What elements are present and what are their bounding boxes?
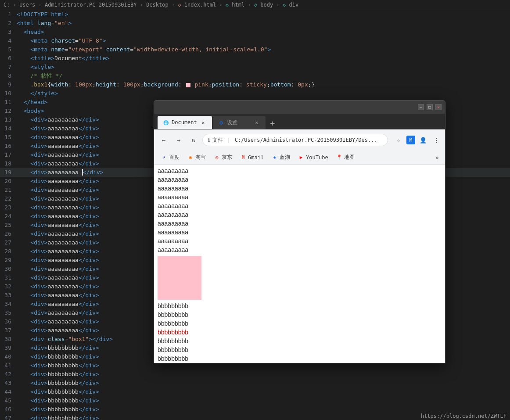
line-num: 46 — [0, 405, 17, 414]
document-favicon: 🌐 — [163, 119, 169, 126]
line-num: 25 — [0, 221, 17, 230]
line-num: 20 — [0, 177, 17, 186]
forward-button[interactable]: → — [172, 134, 185, 146]
bookmark-lanhu-label: 蓝湖 — [280, 154, 290, 161]
new-tab-button[interactable]: + — [266, 117, 279, 129]
code-line-5[interactable]: 5 <meta name="viewport" content="width=d… — [0, 45, 510, 54]
jd-icon: ◎ — [214, 154, 220, 161]
line-num: 14 — [0, 124, 17, 133]
bookmark-jd-label: 京东 — [222, 154, 232, 161]
line-num: 2 — [0, 19, 17, 28]
line-num: 9 — [0, 80, 17, 89]
breadcrumb-text: C: › Users › Administrator.PC-20150930IE… — [4, 2, 298, 8]
code-line-4[interactable]: 4 <meta charset="UTF-8"> — [0, 36, 510, 45]
line-num: 1 — [0, 10, 17, 19]
content-line-b1: bbbbbbbbb — [158, 302, 442, 310]
line-num: 10 — [0, 89, 17, 98]
tab-document-label: Document — [172, 119, 197, 126]
lanhu-icon: ◈ — [272, 154, 278, 161]
code-line-43[interactable]: 43 <div>bbbbbbbbb</div> — [0, 379, 510, 388]
pink-sticky-box — [158, 256, 201, 300]
line-content: <meta name="viewport" content="width=dev… — [17, 45, 510, 54]
menu-button[interactable]: ⋮ — [431, 135, 442, 145]
line-num: 19 — [0, 168, 17, 177]
content-line-a1: aaaaaaaaa — [158, 166, 442, 175]
code-line-2[interactable]: 2 <html lang="en"> — [0, 19, 510, 28]
bookmark-youtube[interactable]: ▶ YouTube — [295, 154, 332, 162]
back-button[interactable]: ← — [158, 134, 170, 146]
code-line-7[interactable]: 7 <style> — [0, 63, 510, 72]
tab-document-close[interactable]: ✕ — [200, 119, 207, 126]
line-num: 13 — [0, 115, 17, 124]
content-line-a5: aaaaaaaaa — [158, 201, 442, 210]
status-bar: https://blog.csdn.net/ZWTLF — [417, 412, 510, 420]
line-num: 11 — [0, 98, 17, 107]
address-icons: ☆ M 👤 ⋮ — [393, 135, 442, 145]
tab-document[interactable]: 🌐 Document ✕ — [158, 116, 212, 129]
tab-settings-label: 设置 — [227, 119, 237, 126]
address-text: C:/Users/Administrator.PC-20150930IEBY/D… — [235, 137, 377, 143]
code-line-3[interactable]: 3 <head> — [0, 28, 510, 36]
line-num: 32 — [0, 282, 17, 291]
bookmark-baidu-label: 百度 — [169, 154, 180, 161]
line-num: 27 — [0, 238, 17, 247]
address-bar[interactable]: ℹ 文件 | C:/Users/Administrator.PC-2015093… — [202, 134, 388, 146]
browser-content[interactable]: aaaaaaaaa aaaaaaaaa aaaaaaaaa aaaaaaaaa … — [154, 165, 445, 363]
line-num: 22 — [0, 194, 17, 203]
line-num: 33 — [0, 291, 17, 300]
account-button[interactable]: 👤 — [418, 135, 428, 145]
bookmark-lanhhu[interactable]: ◈ 蓝湖 — [268, 153, 294, 162]
code-line-45[interactable]: 45 <div>bbbbbbbbb</div> — [0, 396, 510, 405]
code-line-42[interactable]: 42 <div>bbbbbbbbb</div> — [0, 370, 510, 379]
bookmark-baidu[interactable]: ⚡ 百度 — [158, 153, 183, 162]
bookmark-youtube-label: YouTube — [306, 154, 328, 161]
code-line-8[interactable]: 8 /* 粘性 */ — [0, 72, 510, 80]
content-line-b4: bbbbbbbbb — [158, 328, 442, 337]
file-label: 文件 — [212, 136, 223, 144]
bookmarks-more[interactable]: » — [433, 153, 442, 162]
close-button[interactable]: ✕ — [435, 104, 442, 110]
line-content: .box1{width: 100px;height: 100px;backgro… — [17, 80, 510, 89]
line-num: 12 — [0, 107, 17, 115]
line-content: <style> — [17, 63, 510, 72]
extension-button[interactable]: M — [406, 136, 415, 144]
code-line-1[interactable]: 1 <!DOCTYPE html> — [0, 10, 510, 19]
line-content: <div>bbbbbbbbb</div> — [17, 379, 510, 388]
reload-button[interactable]: ↻ — [187, 134, 200, 146]
line-num: 8 — [0, 72, 17, 80]
line-num: 35 — [0, 309, 17, 317]
bookmark-gmail[interactable]: M Gmail — [237, 154, 267, 162]
browser-bookmarks: ⚡ 百度 ◉ 淘宝 ◎ 京东 M Gmail ◈ 蓝湖 ▶ YouTube 📍 … — [154, 151, 445, 165]
line-num: 38 — [0, 335, 17, 344]
code-line-9[interactable]: 9 .box1{width: 100px;height: 100px;backg… — [0, 80, 510, 89]
line-num: 6 — [0, 54, 17, 63]
line-content: <meta charset="UTF-8"> — [17, 36, 510, 45]
line-content: <head> — [17, 28, 510, 36]
line-num: 4 — [0, 36, 17, 45]
line-content: /* 粘性 */ — [17, 72, 510, 80]
minimize-button[interactable]: — — [418, 104, 424, 110]
bookmark-jingdong[interactable]: ◎ 京东 — [210, 153, 236, 162]
code-line-44[interactable]: 44 <div>bbbbbbbbb</div> — [0, 388, 510, 396]
line-num: 18 — [0, 159, 17, 168]
taobao-icon: ◉ — [187, 154, 194, 161]
maps-icon: 📍 — [336, 154, 342, 161]
tab-settings[interactable]: ⚙ 设置 ✕ — [213, 116, 266, 129]
line-num: 24 — [0, 212, 17, 221]
line-num: 37 — [0, 326, 17, 335]
content-line-a6: aaaaaaaaa — [158, 210, 442, 219]
bookmark-maps[interactable]: 📍 地图 — [333, 153, 358, 162]
star-button[interactable]: ☆ — [393, 135, 404, 145]
content-inner: aaaaaaaaa aaaaaaaaa aaaaaaaaa aaaaaaaaa … — [154, 165, 445, 363]
code-line-6[interactable]: 6 <title>Document</title> — [0, 54, 510, 63]
tab-settings-close[interactable]: ✕ — [253, 119, 260, 126]
line-num: 16 — [0, 142, 17, 151]
content-line-a4: aaaaaaaaa — [158, 193, 442, 201]
code-line-10[interactable]: 10 </style> — [0, 89, 510, 98]
bookmark-gmail-label: Gmail — [248, 154, 264, 161]
line-num: 21 — [0, 186, 17, 194]
bookmark-taobao[interactable]: ◉ 淘宝 — [184, 153, 209, 162]
maximize-button[interactable]: □ — [427, 104, 433, 110]
line-num: 43 — [0, 379, 17, 388]
line-content: <title>Document</title> — [17, 54, 510, 63]
